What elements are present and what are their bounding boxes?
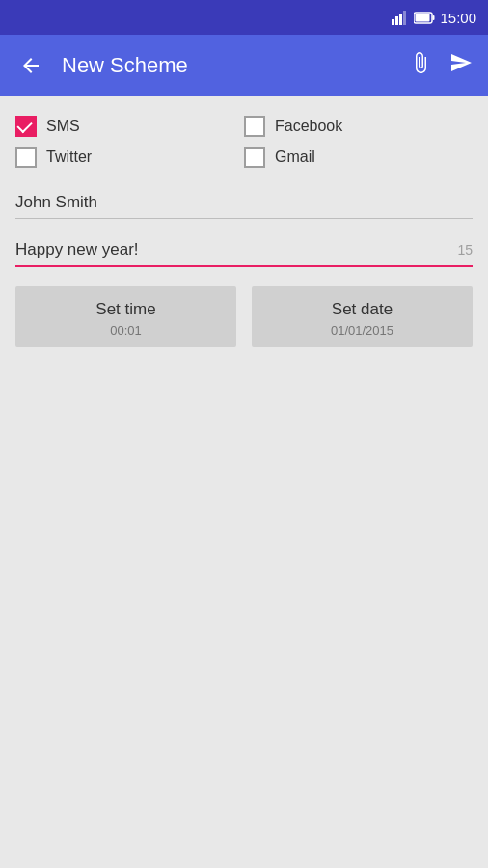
send-button[interactable] xyxy=(449,51,473,80)
battery-icon xyxy=(414,12,435,24)
svg-rect-3 xyxy=(403,11,406,25)
checkbox-facebook-box[interactable] xyxy=(244,116,265,137)
set-time-label: Set time xyxy=(95,300,155,319)
checkbox-facebook-label: Facebook xyxy=(275,118,342,135)
checkbox-grid: SMS Facebook Twitter Gmail xyxy=(15,116,473,168)
checkbox-twitter[interactable]: Twitter xyxy=(15,147,244,168)
checkbox-gmail-label: Gmail xyxy=(275,149,315,166)
signal-icon xyxy=(392,10,409,25)
set-date-value: 01/01/2015 xyxy=(331,323,393,338)
checkbox-facebook[interactable]: Facebook xyxy=(244,116,473,137)
svg-rect-6 xyxy=(416,14,430,21)
attach-button[interactable] xyxy=(409,51,432,80)
checkbox-gmail[interactable]: Gmail xyxy=(244,147,473,168)
buttons-row: Set time 00:01 Set date 01/01/2015 xyxy=(15,286,473,347)
checkbox-gmail-box[interactable] xyxy=(244,147,265,168)
set-date-button[interactable]: Set date 01/01/2015 xyxy=(252,286,473,347)
message-row: Happy new year! 15 xyxy=(15,238,473,261)
checkbox-twitter-box[interactable] xyxy=(15,147,37,168)
svg-rect-5 xyxy=(433,15,435,20)
name-input[interactable] xyxy=(15,187,473,219)
message-container: Happy new year! 15 xyxy=(15,238,473,267)
checkbox-sms-label: SMS xyxy=(46,118,80,135)
status-time: 15:00 xyxy=(440,10,476,26)
checkbox-sms-box[interactable] xyxy=(15,116,37,137)
svg-rect-1 xyxy=(395,16,398,25)
message-input[interactable]: Happy new year! xyxy=(15,238,446,261)
status-bar: 15:00 xyxy=(0,0,488,35)
set-time-value: 00:01 xyxy=(110,323,142,338)
set-time-button[interactable]: Set time 00:01 xyxy=(15,286,236,347)
checkbox-sms[interactable]: SMS xyxy=(15,116,244,137)
back-button[interactable] xyxy=(15,50,46,81)
set-date-label: Set date xyxy=(332,300,393,319)
app-bar-actions xyxy=(409,51,473,80)
svg-rect-2 xyxy=(399,14,402,25)
checkbox-twitter-label: Twitter xyxy=(46,149,92,166)
app-title: New Scheme xyxy=(62,53,393,78)
main-content: SMS Facebook Twitter Gmail Happy new yea… xyxy=(0,96,488,363)
svg-rect-0 xyxy=(392,19,394,25)
app-bar: New Scheme xyxy=(0,35,488,96)
name-field-container xyxy=(15,187,473,219)
status-icons: 15:00 xyxy=(392,10,476,26)
message-underline xyxy=(15,265,473,267)
char-count: 15 xyxy=(453,242,473,261)
